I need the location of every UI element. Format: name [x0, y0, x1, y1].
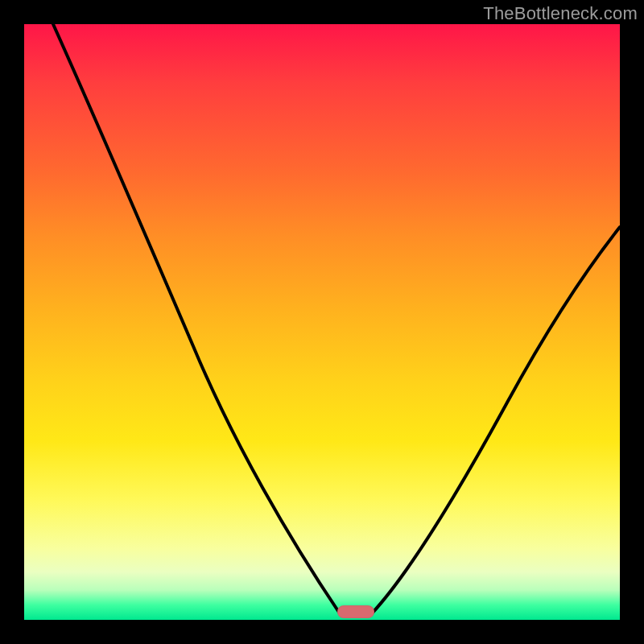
- optimal-marker: [337, 605, 374, 618]
- plot-area: [24, 24, 620, 620]
- watermark-text: TheBottleneck.com: [483, 3, 638, 24]
- chart-frame: TheBottleneck.com: [0, 0, 644, 644]
- bottleneck-curve: [24, 24, 620, 620]
